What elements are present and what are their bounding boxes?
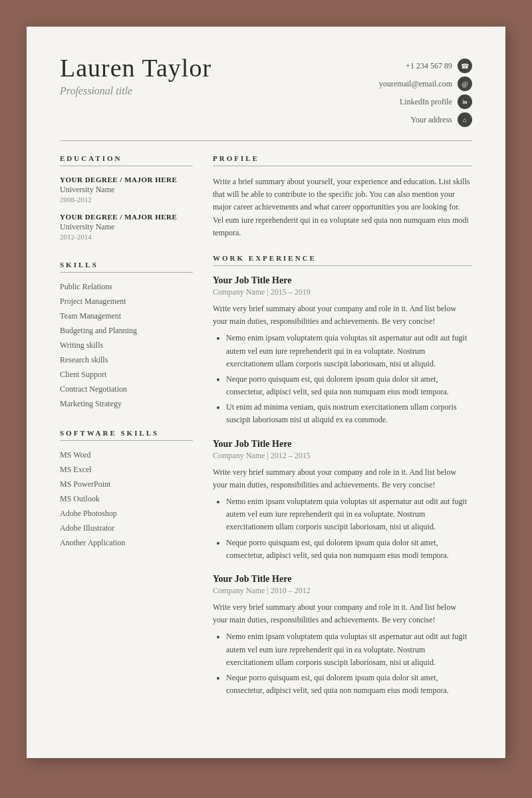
skill-contract: Contract Negotiation: [60, 384, 193, 394]
header-divider: [60, 140, 472, 141]
job-summary-2: Write very brief summary about your comp…: [213, 466, 472, 491]
software-msword: MS Word: [60, 450, 193, 460]
linkedin-contact: LinkedIn profile in: [400, 94, 472, 109]
skills-section: SKILLS Public Relations Project Manageme…: [60, 261, 193, 409]
company-date-1: Company Name | 2015 – 2019: [213, 287, 472, 297]
phone-text: +1 234 567 89: [406, 61, 452, 71]
job-title-3: Your Job Title Here: [213, 574, 472, 585]
profile-section: PROFILE Write a brief summary about your…: [213, 154, 472, 239]
education-section: EDUCATION YOUR DEGREE / MAJOR HERE Unive…: [60, 154, 193, 241]
job-entry-3: Your Job Title Here Company Name | 2010 …: [213, 574, 472, 697]
phone-contact: +1 234 567 89 ☎: [406, 59, 472, 73]
job-bullets-2: Nemo enim ipsam voluptatem quia voluptas…: [226, 495, 472, 562]
candidate-name: Lauren Taylor: [60, 53, 211, 82]
company-date-3: Company Name | 2010 – 2012: [213, 586, 472, 596]
skill-client-support: Client Support: [60, 370, 193, 380]
address-contact: Your address ⌂: [411, 112, 472, 127]
email-text: youremail@email.com: [379, 79, 452, 89]
header-left: Lauren Taylor Professional title: [60, 53, 211, 97]
bullet-1-2: Neque porro quisquam est, qui dolorem ip…: [226, 373, 472, 398]
skill-team-management: Team Management: [60, 311, 193, 321]
edu-university-2: University Name: [60, 222, 193, 232]
job-bullets-3: Nemo enim ipsam voluptatem quia voluptas…: [226, 630, 472, 697]
software-photoshop: Adobe Photoshop: [60, 509, 193, 519]
header: Lauren Taylor Professional title +1 234 …: [60, 53, 472, 127]
resume-paper: Lauren Taylor Professional title +1 234 …: [27, 27, 505, 758]
edu-university-1: University Name: [60, 185, 193, 195]
bullet-1-1: Nemo enim ipsam voluptatem quia voluptas…: [226, 332, 472, 370]
linkedin-text: LinkedIn profile: [400, 97, 452, 107]
skill-public-relations: Public Relations: [60, 282, 193, 292]
software-section: SOFTWARE SKILLS MS Word MS Excel MS Powe…: [60, 429, 193, 548]
profile-text: Write a brief summary about yourself, yo…: [213, 176, 472, 239]
edu-degree-1: YOUR DEGREE / MAJOR HERE: [60, 176, 193, 184]
address-text: Your address: [411, 115, 452, 125]
skill-marketing: Marketing Strategy: [60, 399, 193, 409]
software-mspowerpoint: MS PowerPoint: [60, 479, 193, 489]
bullet-2-1: Nemo enim ipsam voluptatem quia voluptas…: [226, 495, 472, 534]
skill-writing: Writing skills: [60, 340, 193, 350]
profile-title: PROFILE: [213, 154, 472, 166]
left-column: EDUCATION YOUR DEGREE / MAJOR HERE Unive…: [60, 154, 193, 709]
edu-years-1: 2008-2012: [60, 196, 193, 203]
software-illustrator: Adobe Illustrator: [60, 523, 193, 533]
software-title: SOFTWARE SKILLS: [60, 429, 193, 441]
bullet-2-2: Neque porro quisquam est, qui dolorem ip…: [226, 537, 472, 562]
phone-icon: ☎: [458, 59, 472, 73]
education-entries: YOUR DEGREE / MAJOR HERE University Name…: [60, 176, 193, 241]
job-entry-2: Your Job Title Here Company Name | 2012 …: [213, 439, 472, 562]
bullet-3-1: Nemo enim ipsam voluptatem quia voluptas…: [226, 630, 472, 669]
skill-project-management: Project Management: [60, 297, 193, 307]
company-date-2: Company Name | 2012 – 2015: [213, 451, 472, 461]
edu-years-2: 2012-2014: [60, 233, 193, 241]
linkedin-icon: in: [458, 94, 472, 109]
edu-degree-2: YOUR DEGREE / MAJOR HERE: [60, 213, 193, 221]
bullet-3-2: Neque porro quisquam est, qui dolorem ip…: [226, 672, 472, 697]
professional-title: Professional title: [60, 85, 211, 97]
address-icon: ⌂: [458, 112, 472, 127]
job-bullets-1: Nemo enim ipsam voluptatem quia voluptas…: [226, 332, 472, 426]
software-list: MS Word MS Excel MS PowerPoint MS Outloo…: [60, 450, 193, 548]
main-columns: EDUCATION YOUR DEGREE / MAJOR HERE Unive…: [60, 154, 472, 709]
job-title-2: Your Job Title Here: [213, 439, 472, 450]
job-entry-1: Your Job Title Here Company Name | 2015 …: [213, 275, 472, 427]
software-msoutlook: MS Outlook: [60, 494, 193, 504]
job-title-1: Your Job Title Here: [213, 275, 472, 286]
work-title: WORK EXPERIENCE: [213, 254, 472, 266]
skills-list: Public Relations Project Management Team…: [60, 282, 193, 409]
job-summary-3: Write very brief summary about your comp…: [213, 601, 472, 626]
right-column: PROFILE Write a brief summary about your…: [213, 154, 472, 709]
skill-research: Research skills: [60, 355, 193, 365]
software-another: Another Application: [60, 538, 193, 548]
email-icon: @: [458, 76, 472, 91]
bullet-1-3: Ut enim ad minima veniam, quis nostrum e…: [226, 401, 472, 426]
skill-budgeting: Budgeting and Planning: [60, 326, 193, 336]
software-msexcel: MS Excel: [60, 465, 193, 475]
job-summary-1: Write very brief summary about your comp…: [213, 303, 472, 328]
email-contact: youremail@email.com @: [379, 76, 472, 91]
education-title: EDUCATION: [60, 154, 193, 166]
contact-info: +1 234 567 89 ☎ youremail@email.com @ Li…: [379, 59, 472, 127]
work-section: WORK EXPERIENCE Your Job Title Here Comp…: [213, 254, 472, 697]
skills-title: SKILLS: [60, 261, 193, 273]
